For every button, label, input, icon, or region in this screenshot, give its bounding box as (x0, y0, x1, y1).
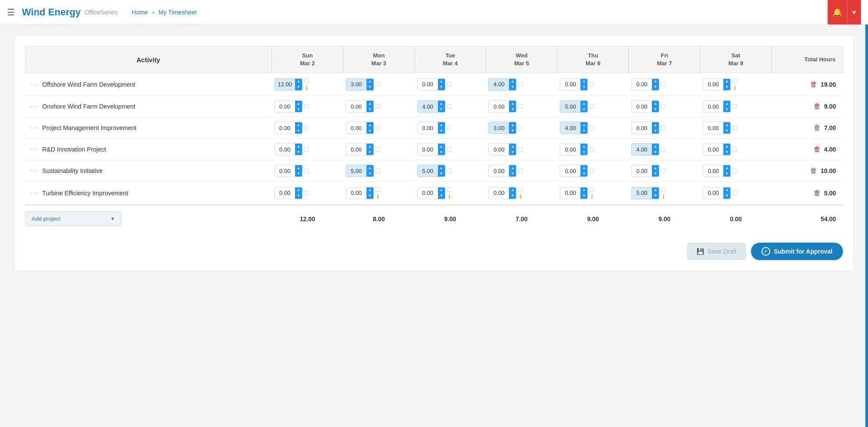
spin-down-button[interactable]: ▼ (509, 171, 516, 176)
note-icon[interactable]: ☐ (447, 81, 452, 88)
note-icon[interactable]: ☐ (375, 103, 381, 110)
spin-up-button[interactable]: ▲ (723, 187, 730, 193)
spin-down-button[interactable]: ▼ (580, 128, 587, 134)
spin-up-button[interactable]: ▲ (723, 122, 730, 128)
hour-input[interactable] (275, 166, 295, 176)
hour-input[interactable] (703, 79, 723, 89)
spin-up-button[interactable]: ▲ (723, 165, 730, 171)
spin-down-button[interactable]: ▼ (723, 85, 730, 90)
spin-down-button[interactable]: ▼ (366, 149, 374, 155)
hour-input[interactable] (275, 102, 295, 112)
note-icon[interactable]: ☐ (518, 81, 523, 88)
hour-input[interactable] (560, 145, 580, 155)
spin-up-button[interactable]: ▲ (366, 79, 374, 85)
spin-up-button[interactable]: ▲ (652, 165, 659, 171)
spin-down-button[interactable]: ▼ (580, 193, 587, 199)
spin-down-button[interactable]: ▼ (509, 193, 516, 199)
note-icon[interactable]: ☐ (375, 146, 381, 153)
hour-input[interactable] (275, 79, 295, 89)
delete-row-button[interactable]: 🗑 (812, 189, 822, 197)
hour-input[interactable] (632, 188, 652, 198)
spin-up-button[interactable]: ▲ (652, 187, 659, 193)
spin-up-button[interactable]: ▲ (580, 144, 587, 149)
hour-input[interactable] (346, 166, 366, 176)
more-options-button[interactable]: ··· (30, 167, 39, 175)
hour-input[interactable] (632, 102, 652, 112)
spin-up-button[interactable]: ▲ (438, 187, 445, 193)
hour-input[interactable] (703, 166, 723, 176)
spin-up-button[interactable]: ▲ (295, 122, 302, 128)
spin-down-button[interactable]: ▼ (580, 85, 587, 90)
spin-up-button[interactable]: ▲ (366, 122, 374, 128)
delete-row-button[interactable]: 🗑 (812, 102, 822, 110)
info-icon[interactable]: ℹ (662, 194, 665, 200)
delete-row-button[interactable]: 🗑 (812, 124, 822, 132)
spin-up-button[interactable]: ▲ (438, 165, 445, 171)
hour-input[interactable] (632, 145, 652, 155)
note-icon[interactable]: ☐ (589, 103, 595, 110)
note-icon[interactable]: ☐ (518, 186, 523, 193)
spin-up-button[interactable]: ▲ (438, 144, 445, 149)
hour-input[interactable] (275, 145, 295, 155)
info-icon[interactable]: ℹ (591, 194, 593, 200)
spin-down-button[interactable]: ▼ (366, 128, 374, 134)
hour-input[interactable] (489, 145, 509, 155)
hour-input[interactable] (703, 188, 723, 198)
notifications-bell[interactable]: 🔔 (828, 0, 847, 25)
hour-input[interactable] (418, 145, 438, 155)
note-icon[interactable]: ☐ (732, 78, 738, 85)
hour-input[interactable] (418, 166, 438, 176)
spin-up-button[interactable]: ▲ (580, 165, 587, 171)
note-icon[interactable]: ☐ (732, 146, 738, 153)
spin-down-button[interactable]: ▼ (652, 149, 659, 155)
spin-up-button[interactable]: ▲ (366, 187, 374, 193)
spin-down-button[interactable]: ▼ (580, 149, 587, 155)
hour-input[interactable] (560, 102, 580, 112)
spin-up-button[interactable]: ▲ (438, 122, 445, 128)
submit-approval-button[interactable]: ✓ Submit for Approval (751, 243, 843, 260)
spin-down-button[interactable]: ▼ (509, 128, 516, 134)
note-icon[interactable]: ☐ (304, 146, 309, 153)
hour-input[interactable] (346, 145, 366, 155)
spin-up-button[interactable]: ▲ (295, 79, 302, 85)
hour-input[interactable] (560, 79, 580, 89)
spin-down-button[interactable]: ▼ (438, 193, 445, 199)
note-icon[interactable]: ☐ (732, 103, 738, 110)
spin-down-button[interactable]: ▼ (509, 149, 516, 155)
hour-input[interactable] (275, 188, 295, 198)
spin-up-button[interactable]: ▲ (580, 187, 587, 193)
spin-down-button[interactable]: ▼ (580, 106, 587, 112)
note-icon[interactable]: ☐ (304, 124, 309, 131)
spin-up-button[interactable]: ▲ (509, 165, 516, 171)
note-icon[interactable]: ☐ (732, 167, 738, 174)
add-project-button[interactable]: Add project ▼ (25, 212, 121, 226)
note-icon[interactable]: ☐ (447, 167, 452, 174)
spin-down-button[interactable]: ▼ (509, 106, 516, 112)
hour-input[interactable] (632, 79, 652, 89)
hour-input[interactable] (489, 79, 509, 89)
spin-down-button[interactable]: ▼ (652, 85, 659, 90)
spin-down-button[interactable]: ▼ (652, 193, 659, 199)
spin-up-button[interactable]: ▲ (509, 122, 516, 128)
spin-up-button[interactable]: ▲ (509, 187, 516, 193)
spin-up-button[interactable]: ▲ (509, 79, 516, 85)
more-options-button[interactable]: ··· (30, 81, 39, 88)
hour-input[interactable] (632, 123, 652, 133)
note-icon[interactable]: ☐ (447, 124, 452, 131)
spin-up-button[interactable]: ▲ (366, 101, 374, 106)
spin-up-button[interactable]: ▲ (652, 144, 659, 149)
note-icon[interactable]: ☐ (589, 81, 595, 88)
note-icon[interactable]: ☐ (304, 167, 309, 174)
hour-input[interactable] (418, 123, 438, 133)
note-icon[interactable]: ☐ (375, 167, 381, 174)
spin-down-button[interactable]: ▼ (723, 193, 730, 199)
note-icon[interactable]: ☐ (661, 124, 666, 131)
spin-up-button[interactable]: ▲ (580, 122, 587, 128)
spin-down-button[interactable]: ▼ (438, 171, 445, 176)
delete-row-button[interactable]: 🗑 (808, 81, 819, 88)
hour-input[interactable] (703, 102, 723, 112)
delete-row-button[interactable]: 🗑 (808, 167, 819, 175)
spin-up-button[interactable]: ▲ (652, 101, 659, 106)
spin-down-button[interactable]: ▼ (295, 106, 302, 112)
hour-input[interactable] (560, 123, 580, 133)
